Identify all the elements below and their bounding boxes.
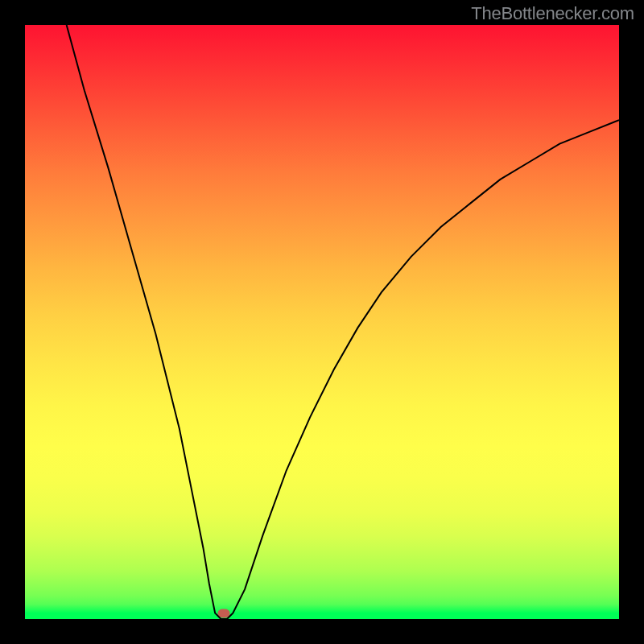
chart-container: TheBottlenecker.com [0,0,644,644]
bottleneck-curve-path [67,25,619,619]
curve-svg [25,25,619,619]
plot-area [25,25,619,619]
attribution-text: TheBottlenecker.com [471,3,634,24]
